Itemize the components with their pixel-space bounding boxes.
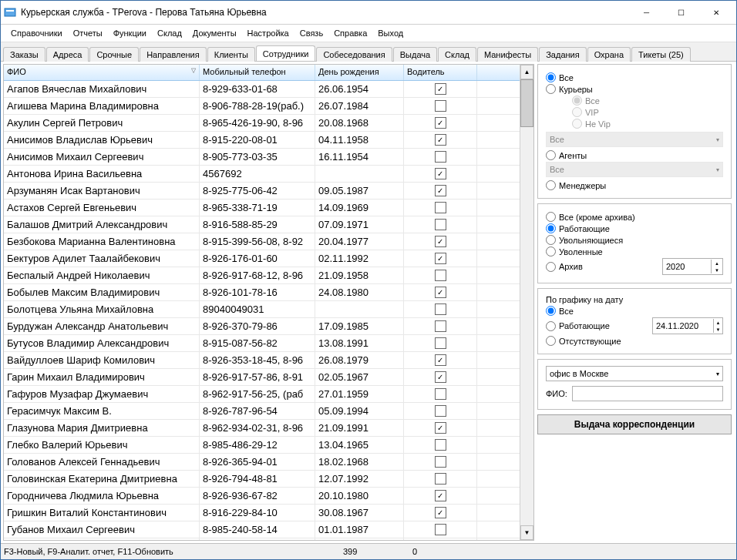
tab[interactable]: Задания <box>539 47 586 62</box>
table-row[interactable]: Гришкин Виталий Константинович8-916-229-… <box>4 505 520 521</box>
driver-checkbox[interactable]: ✓ <box>435 287 446 298</box>
table-row[interactable]: Агишева Марина Владимировна8-906-788-28-… <box>4 98 520 115</box>
radio-couriers[interactable]: Курьеры <box>546 84 723 94</box>
tab[interactable]: Охрана <box>587 47 631 62</box>
minimize-button[interactable]: ─ <box>629 2 664 23</box>
menu-item[interactable]: Справочники <box>5 27 68 39</box>
driver-checkbox[interactable] <box>435 388 446 400</box>
scroll-track[interactable] <box>520 127 533 525</box>
menu-item[interactable]: Связь <box>294 27 328 39</box>
radio-fired[interactable]: Уволенные <box>546 246 723 257</box>
table-row[interactable]: Беспалый Андрей Николаевич8-926-917-68-1… <box>4 267 520 284</box>
menu-item[interactable]: Документы <box>187 27 242 39</box>
table-row[interactable]: Герасимчук Максим В.8-926-787-96-5405.09… <box>4 403 520 420</box>
radio-all[interactable]: Все <box>546 72 723 82</box>
driver-checkbox[interactable] <box>435 320 446 332</box>
driver-checkbox[interactable] <box>435 151 446 163</box>
tab[interactable]: Манифесты <box>477 47 538 62</box>
schedule-date-spinner[interactable]: ▲▼ <box>652 317 723 334</box>
driver-checkbox[interactable]: ✓ <box>435 371 446 383</box>
table-row[interactable]: Безбокова Марианна Валентиновна8-915-399… <box>4 233 520 250</box>
menu-item[interactable]: Выход <box>372 27 409 39</box>
table-row[interactable]: Голованов Алексей Геннадьевич8-926-365-9… <box>4 454 520 471</box>
radio-schedule-all[interactable]: Все <box>546 306 723 316</box>
scroll-down-button[interactable]: ▼ <box>520 525 533 540</box>
table-row[interactable]: Гусаров Александр Игоревич8-905-580-01-7… <box>4 538 520 540</box>
menu-item[interactable]: Склад <box>152 27 187 39</box>
driver-checkbox[interactable]: ✓ <box>435 236 446 247</box>
radio-schedule-absent[interactable]: Отсутствующие <box>546 336 723 346</box>
close-button[interactable]: ✕ <box>698 2 733 23</box>
tab[interactable]: Срочные <box>89 47 139 62</box>
tab[interactable]: Тикеты (25) <box>631 47 691 62</box>
radio-agents[interactable]: Агенты <box>546 150 723 160</box>
radio-archive[interactable]: Архив <box>546 262 658 272</box>
driver-checkbox[interactable] <box>435 337 446 349</box>
tab[interactable]: Адреса <box>46 47 89 62</box>
table-row[interactable]: Астахов Сергей Евгеньевич8-965-338-71-19… <box>4 200 520 216</box>
vertical-scrollbar[interactable]: ▲ ▼ <box>520 65 533 540</box>
driver-checkbox[interactable] <box>435 405 446 417</box>
table-row[interactable]: Городничева Людмила Юрьевна8-926-936-67-… <box>4 488 520 505</box>
driver-checkbox[interactable] <box>435 439 446 451</box>
col-header-driver[interactable]: Водитель <box>404 65 477 80</box>
table-row[interactable]: Глазунова Мария Дмитриевна8-962-934-02-3… <box>4 420 520 437</box>
tab[interactable]: Собеседования <box>316 47 392 62</box>
radio-leaving[interactable]: Увольняющиеся <box>546 235 723 245</box>
driver-checkbox[interactable] <box>435 100 446 112</box>
scroll-up-button[interactable]: ▲ <box>520 65 533 79</box>
menu-item[interactable]: Отчеты <box>68 27 108 39</box>
table-row[interactable]: Вайдуллоев Шариф Комилович8-926-353-18-4… <box>4 352 520 369</box>
schedule-date-input[interactable] <box>653 319 713 333</box>
driver-checkbox[interactable]: ✓ <box>435 134 446 146</box>
table-row[interactable]: Бобылев Максим Владимирович8-926-101-78-… <box>4 284 520 301</box>
table-row[interactable]: Бутусов Владимир Александрович8-915-087-… <box>4 335 520 352</box>
issue-correspondence-button[interactable]: Выдача корреспонденции <box>537 414 732 434</box>
driver-checkbox[interactable] <box>435 524 446 535</box>
table-row[interactable]: Анисимов Владислав Юрьевич8-915-220-08-0… <box>4 132 520 149</box>
archive-year-spinner[interactable]: ▲▼ <box>662 258 723 275</box>
table-row[interactable]: Бурдужан Александр Анатольевич8-926-370-… <box>4 318 520 335</box>
fio-input[interactable] <box>572 386 723 401</box>
table-row[interactable]: Гарин Михаил Владимирович8-926-917-57-86… <box>4 369 520 386</box>
tab[interactable]: Клиенты <box>207 47 255 62</box>
spin-down-icon[interactable]: ▼ <box>711 267 722 273</box>
office-combo[interactable]: офис в Москве▾ <box>546 366 723 381</box>
driver-checkbox[interactable] <box>435 202 446 213</box>
table-row[interactable]: Агапов Вячеслав Михайлович8-929-633-01-6… <box>4 81 520 98</box>
tab[interactable]: Сотрудники <box>256 45 316 61</box>
maximize-button[interactable]: ☐ <box>664 2 698 23</box>
table-row[interactable]: Анисимов Михаил Сергеевич8-905-773-03-35… <box>4 149 520 166</box>
driver-checkbox[interactable]: ✓ <box>435 422 446 434</box>
menu-item[interactable]: Настройка <box>242 27 294 39</box>
col-header-fio[interactable]: ФИО▽ <box>4 65 200 80</box>
driver-checkbox[interactable]: ✓ <box>435 168 446 179</box>
driver-checkbox[interactable] <box>435 270 446 281</box>
driver-checkbox[interactable] <box>435 303 446 315</box>
table-row[interactable]: Губанов Михаил Сергеевич8-985-240-58-140… <box>4 521 520 538</box>
radio-managers[interactable]: Менеджеры <box>546 180 723 190</box>
driver-checkbox[interactable]: ✓ <box>435 354 446 366</box>
tab[interactable]: Выдача <box>393 47 437 62</box>
archive-year-input[interactable] <box>663 260 711 273</box>
table-row[interactable]: Головинская Екатерина Дмитриевна8-926-79… <box>4 471 520 488</box>
table-row[interactable]: Антонова Ирина Васильевна4567692✓ <box>4 166 520 183</box>
table-row[interactable]: Гафуров Музафар Джумаевич8-962-917-56-25… <box>4 386 520 403</box>
menu-item[interactable]: Функции <box>108 27 152 39</box>
radio-schedule-working[interactable]: Работающие <box>546 321 648 331</box>
radio-working[interactable]: Работающие <box>546 223 723 233</box>
table-row[interactable]: Болотцева Ульяна Михайловна89040049031 <box>4 301 520 318</box>
col-header-birthday[interactable]: День рождения <box>315 65 404 80</box>
driver-checkbox[interactable] <box>435 219 446 230</box>
table-row[interactable]: Глебко Валерий Юрьевич8-985-486-29-1213.… <box>4 437 520 454</box>
driver-checkbox[interactable] <box>435 456 446 468</box>
driver-checkbox[interactable]: ✓ <box>435 507 446 518</box>
menu-item[interactable]: Справка <box>328 27 372 39</box>
tab[interactable]: Заказы <box>3 47 45 62</box>
driver-checkbox[interactable]: ✓ <box>435 117 446 129</box>
table-row[interactable]: Арзуманян Исак Вартанович8-925-775-06-42… <box>4 183 520 200</box>
table-row[interactable]: Акулин Сергей Петрович8-965-426-19-90, 8… <box>4 115 520 132</box>
col-header-tel[interactable]: Мобильный телефон <box>200 65 315 80</box>
radio-all-except-archive[interactable]: Все (кроме архива) <box>546 212 723 222</box>
tab[interactable]: Направления <box>140 47 207 62</box>
